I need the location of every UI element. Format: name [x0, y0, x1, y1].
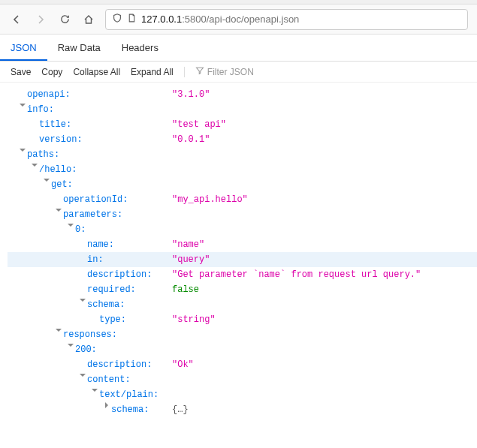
row-paths[interactable]: paths: — [8, 147, 477, 162]
home-button[interactable] — [81, 12, 96, 27]
row-openapi[interactable]: openapi: "3.1.0" — [8, 87, 477, 102]
tab-headers[interactable]: Headers — [111, 35, 169, 61]
copy-button[interactable]: Copy — [41, 67, 62, 77]
caret-right-icon[interactable] — [102, 402, 111, 408]
value: "3.1.0" — [172, 87, 210, 102]
row-param-description[interactable]: description: "Get parameter `name` from … — [8, 267, 477, 282]
shield-icon — [112, 13, 122, 26]
value: "test api" — [172, 117, 226, 132]
row-response-200[interactable]: 200: — [8, 342, 477, 357]
caret-down-icon[interactable] — [54, 327, 63, 333]
row-get[interactable]: get: — [8, 177, 477, 192]
viewer-tabs: JSON Raw Data Headers — [0, 35, 477, 62]
caret-down-icon[interactable] — [66, 222, 75, 228]
row-response-description[interactable]: description: "Ok" — [8, 357, 477, 372]
page-icon — [127, 13, 137, 26]
address-bar[interactable]: 127.0.0.1:5800/api-doc/openapi.json — [105, 9, 468, 30]
row-response-content[interactable]: content: — [8, 372, 477, 387]
row-param-0[interactable]: 0: — [8, 222, 477, 237]
row-parameters[interactable]: parameters: — [8, 207, 477, 222]
value: {…} — [172, 402, 189, 417]
row-responses[interactable]: responses: — [8, 327, 477, 342]
row-param-schema-type[interactable]: type: "string" — [8, 312, 477, 327]
collapse-all-button[interactable]: Collapse All — [73, 67, 120, 77]
save-button[interactable]: Save — [11, 67, 31, 77]
row-info[interactable]: info: — [8, 102, 477, 117]
tab-raw-data[interactable]: Raw Data — [47, 35, 111, 61]
value: false — [172, 282, 199, 297]
tab-json[interactable]: JSON — [0, 35, 47, 61]
row-param-required[interactable]: required: false — [8, 282, 477, 297]
expand-all-button[interactable]: Expand All — [131, 67, 174, 77]
caret-down-icon[interactable] — [18, 147, 27, 153]
browser-toolbar: 127.0.0.1:5800/api-doc/openapi.json — [0, 5, 477, 35]
filter-json[interactable]: Filter JSON — [195, 66, 254, 77]
value: "string" — [172, 312, 216, 327]
value: "name" — [172, 237, 204, 252]
caret-down-icon[interactable] — [54, 207, 63, 213]
value: "0.0.1" — [172, 132, 210, 147]
reload-button[interactable] — [57, 12, 72, 27]
caret-down-icon[interactable] — [90, 387, 99, 393]
row-param-in[interactable]: in: "query" — [8, 252, 477, 267]
funnel-icon — [195, 66, 204, 77]
back-button[interactable] — [9, 12, 24, 27]
filter-placeholder: Filter JSON — [207, 67, 254, 77]
row-title[interactable]: title: "test api" — [8, 117, 477, 132]
caret-down-icon[interactable] — [18, 102, 27, 108]
url-text: 127.0.0.1:5800/api-doc/openapi.json — [141, 14, 299, 25]
value: "Ok" — [172, 357, 194, 372]
value: "Get parameter `name` from request url q… — [172, 267, 421, 282]
row-version[interactable]: version: "0.0.1" — [8, 132, 477, 147]
separator — [184, 67, 185, 77]
value: "query" — [172, 252, 210, 267]
row-param-schema[interactable]: schema: — [8, 297, 477, 312]
forward-button[interactable] — [33, 12, 48, 27]
row-param-name[interactable]: name: "name" — [8, 237, 477, 252]
row-response-schema[interactable]: schema: {…} — [8, 402, 477, 417]
caret-down-icon[interactable] — [30, 162, 39, 168]
row-operationid[interactable]: operationId: "my_api.hello" — [8, 192, 477, 207]
row-text-plain[interactable]: text/plain: — [8, 387, 477, 402]
caret-down-icon[interactable] — [78, 297, 87, 303]
value: "my_api.hello" — [172, 192, 248, 207]
caret-down-icon[interactable] — [66, 342, 75, 348]
caret-down-icon[interactable] — [78, 372, 87, 378]
caret-down-icon[interactable] — [42, 177, 51, 183]
json-actionbar: Save Copy Collapse All Expand All Filter… — [0, 62, 477, 83]
json-tree: openapi: "3.1.0" info: title: "test api"… — [0, 83, 477, 426]
row-hello[interactable]: /hello: — [8, 162, 477, 177]
